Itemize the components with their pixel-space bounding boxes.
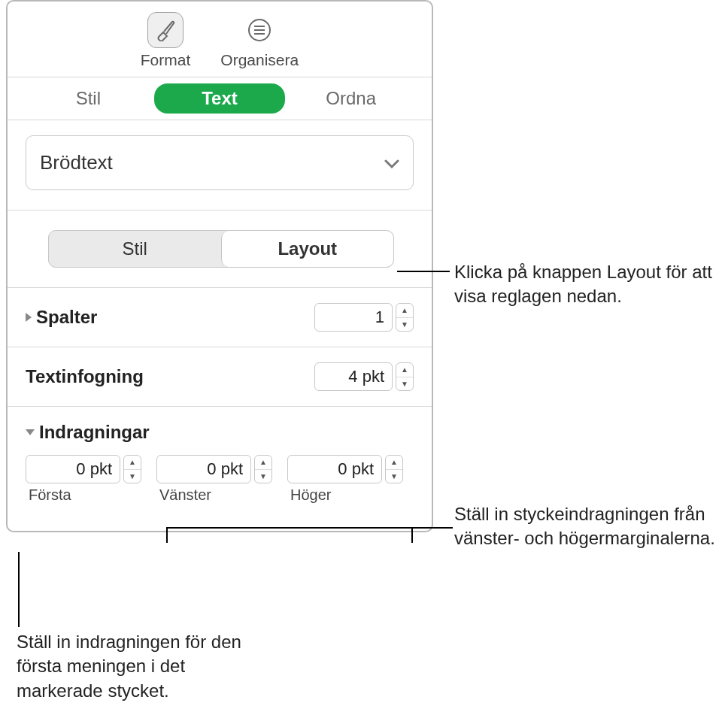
indent-left-input[interactable]	[156, 455, 251, 483]
list-circle-icon	[241, 12, 278, 48]
indent-left: ▲ ▼ Vänster	[156, 455, 272, 504]
text-subtabs: Stil Layout	[48, 230, 394, 268]
panel-tabs: Stil Text Ordna	[8, 77, 432, 120]
organize-tool[interactable]: Organisera	[220, 12, 299, 69]
indent-right-spin[interactable]: ▲ ▼	[385, 455, 403, 483]
tab-arrange[interactable]: Ordna	[285, 83, 417, 114]
callout-first: Ställ in indragningen för den första men…	[17, 630, 265, 703]
caret-down-icon[interactable]: ▼	[396, 318, 413, 332]
organize-label: Organisera	[220, 51, 299, 69]
format-panel: Format Organisera Stil Text Ordna	[6, 0, 433, 532]
indent-first-input[interactable]	[26, 455, 120, 483]
toolbar: Format Organisera	[8, 2, 432, 77]
columns-row: Spalter ▲ ▼	[26, 288, 414, 347]
inset-input[interactable]	[314, 362, 393, 391]
columns-label: Spalter	[36, 307, 97, 328]
indent-first-spin[interactable]: ▲ ▼	[123, 455, 141, 483]
indent-first-label: Första	[26, 486, 71, 504]
inset-stepper: ▲ ▼	[314, 362, 414, 391]
tab-text[interactable]: Text	[154, 83, 286, 114]
indents-fields: ▲ ▼ Första ▲ ▼ Vänster	[26, 446, 414, 516]
paragraph-style-select[interactable]: Brödtext	[26, 135, 414, 190]
chevron-right-icon[interactable]	[26, 313, 32, 322]
format-label: Format	[141, 51, 191, 69]
tab-style[interactable]: Stil	[23, 83, 154, 114]
indent-right: ▲ ▼ Höger	[287, 455, 403, 504]
paragraph-style-value: Brödtext	[40, 151, 113, 174]
inset-spin[interactable]: ▲ ▼	[396, 362, 414, 391]
indents-header: Indragningar	[26, 407, 414, 446]
callout-margins: Ställ in styckeindragningen från vänster…	[454, 502, 725, 551]
caret-up-icon[interactable]: ▲	[386, 456, 402, 470]
chevron-down-icon[interactable]	[26, 429, 35, 435]
columns-stepper: ▲ ▼	[314, 303, 414, 332]
caret-up-icon[interactable]: ▲	[396, 363, 413, 377]
inset-label: Textinfogning	[26, 366, 144, 387]
columns-input[interactable]	[314, 303, 393, 332]
columns-spin[interactable]: ▲ ▼	[396, 303, 414, 332]
subtab-layout[interactable]: Layout	[221, 231, 394, 267]
caret-down-icon[interactable]: ▼	[396, 377, 413, 391]
caret-up-icon[interactable]: ▲	[124, 456, 141, 470]
inset-row: Textinfogning ▲ ▼	[26, 347, 414, 406]
caret-up-icon[interactable]: ▲	[396, 304, 413, 318]
chevron-down-icon	[384, 151, 399, 174]
indent-left-spin[interactable]: ▲ ▼	[254, 455, 272, 483]
indents-label: Indragningar	[39, 422, 150, 443]
format-tool[interactable]: Format	[141, 12, 191, 69]
caret-up-icon[interactable]: ▲	[255, 456, 271, 470]
caret-down-icon[interactable]: ▼	[124, 470, 141, 483]
indent-right-label: Höger	[287, 486, 331, 504]
indent-right-input[interactable]	[287, 455, 382, 483]
caret-down-icon[interactable]: ▼	[255, 470, 271, 483]
indent-first: ▲ ▼ Första	[26, 455, 141, 504]
subtab-style[interactable]: Stil	[49, 231, 221, 267]
caret-down-icon[interactable]: ▼	[386, 470, 402, 483]
paintbrush-icon	[147, 12, 184, 48]
callout-layout: Klicka på knappen Layout för att visa re…	[454, 260, 725, 309]
indent-left-label: Vänster	[156, 486, 211, 504]
